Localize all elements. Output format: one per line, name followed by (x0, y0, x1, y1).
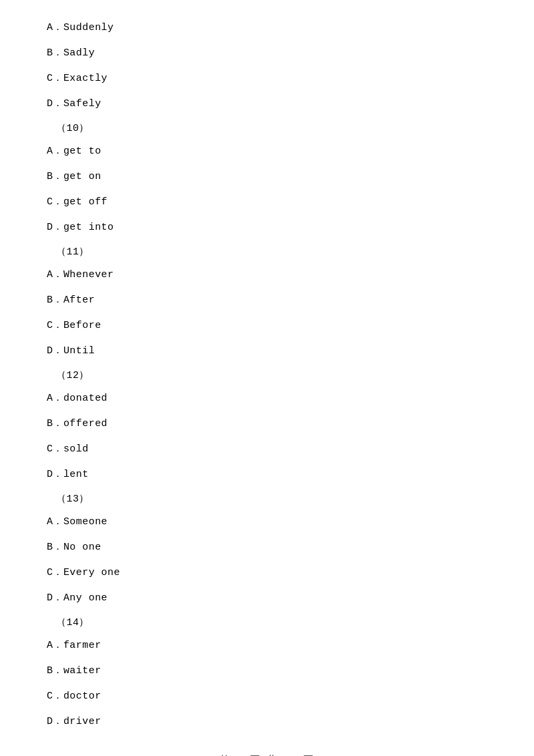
question-13-options: A．Someone B．No one C．Every one D．Any one (47, 514, 487, 606)
question-14-number: （14） (56, 616, 487, 628)
option-13b: B．No one (47, 540, 487, 556)
main-content: A．Suddenly B．Sadly C．Exactly D．Safely （1… (0, 0, 534, 756)
option-9a: A．Suddenly (47, 20, 487, 36)
question-14-options: A．farmer B．waiter C．doctor D．driver (47, 638, 487, 730)
option-12c: C．sold (47, 441, 487, 457)
option-10a: A．get to (47, 144, 487, 160)
question-11-number: （11） (56, 245, 487, 258)
question-12-options: A．donated B．offered C．sold D．lent (47, 391, 487, 483)
option-14c: C．doctor (47, 689, 487, 705)
option-10c: C．get off (47, 194, 487, 210)
option-12a: A．donated (47, 391, 487, 407)
option-13c: C．Every one (47, 565, 487, 581)
option-9d: D．Safely (47, 96, 487, 112)
option-14b: B．waiter (47, 663, 487, 679)
question-12-number: （12） (56, 369, 487, 381)
option-11b: B．After (47, 293, 487, 309)
option-9c: C．Exactly (47, 71, 487, 87)
option-11a: A．Whenever (47, 267, 487, 283)
question-10-options: A．get to B．get on C．get off D．get into (47, 144, 487, 236)
question-10-number: （10） (56, 122, 487, 134)
option-12d: D．lent (47, 467, 487, 483)
question-13-number: （13） (56, 492, 487, 505)
option-14d: D．driver (47, 714, 487, 730)
question-11-options: A．Whenever B．After C．Before D．Until (47, 267, 487, 359)
option-10b: B．get on (47, 169, 487, 185)
option-14a: A．farmer (47, 638, 487, 654)
option-11c: C．Before (47, 318, 487, 334)
option-12b: B．offered (47, 416, 487, 432)
option-11d: D．Until (47, 343, 487, 359)
option-9b: B．Sadly (47, 45, 487, 61)
question-9-options: A．Suddenly B．Sadly C．Exactly D．Safely (47, 20, 487, 112)
option-13a: A．Someone (47, 514, 487, 530)
option-10d: D．get into (47, 220, 487, 236)
option-13d: D．Any one (47, 590, 487, 606)
